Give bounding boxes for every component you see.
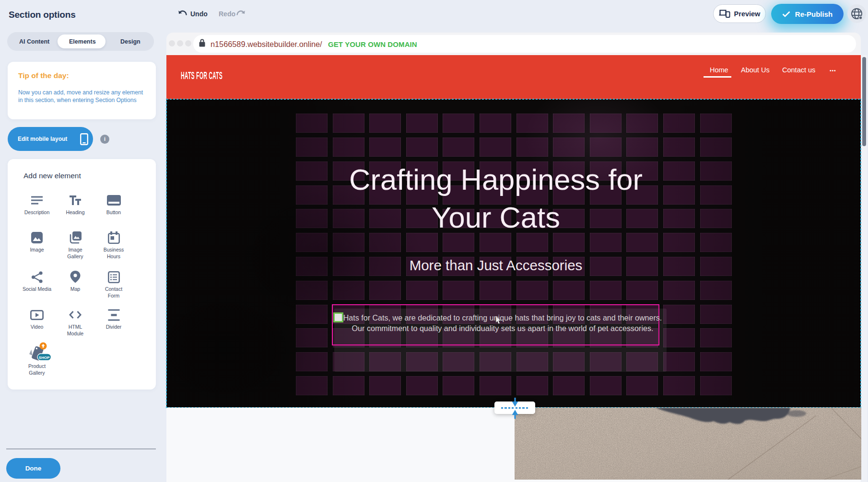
- svg-text:SHOP: SHOP: [39, 356, 50, 360]
